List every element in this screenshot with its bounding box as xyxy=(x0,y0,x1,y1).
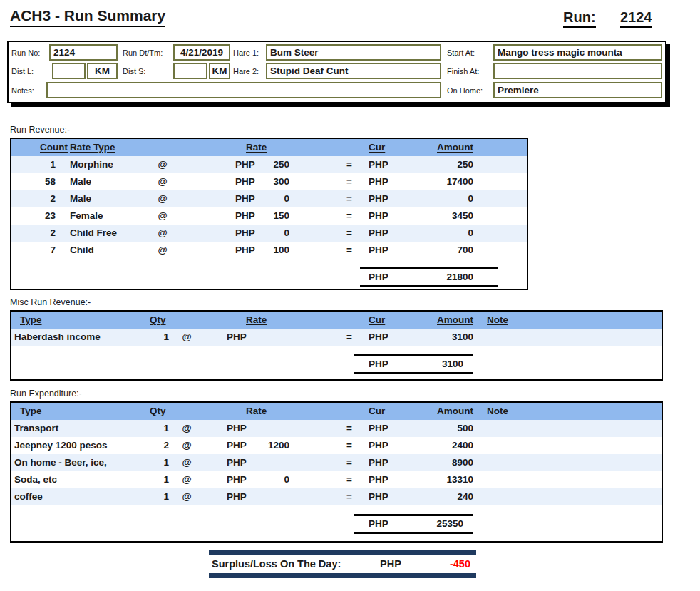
table-row: Transport1@PHP=PHP500 xyxy=(11,420,662,437)
hare2-label: Hare 2: xyxy=(233,63,259,79)
total-currency: PHP xyxy=(369,269,388,285)
at-symbol: @ xyxy=(174,471,200,488)
total-amount: 3100 xyxy=(442,356,463,372)
table-row: 23Female@PHP150=PHP3450 xyxy=(11,207,527,225)
col-header-type: Type xyxy=(20,312,42,329)
dist-l-field[interactable] xyxy=(52,63,86,79)
hare2-field[interactable]: Stupid Deaf Cunt xyxy=(266,63,441,79)
expenditure-section-label: Run Expenditure:- xyxy=(10,389,82,399)
surplus-summary: Surplus/Loss On The Day: PHP -450 xyxy=(209,550,476,578)
surplus-currency: PHP xyxy=(380,555,401,572)
total-amount: 21800 xyxy=(446,269,473,285)
total-amount: 25350 xyxy=(436,516,463,532)
equals-symbol: = xyxy=(335,156,364,173)
start-at-label: Start At: xyxy=(447,45,475,61)
surplus-amount: -450 xyxy=(450,555,470,572)
run-number: 2124 xyxy=(620,9,652,28)
page-title: ACH3 - Run Summary xyxy=(10,7,165,27)
at-symbol: @ xyxy=(150,207,175,225)
misc-revenue-section-label: Misc Run Revenue:- xyxy=(10,297,91,307)
equals-symbol: = xyxy=(335,173,364,190)
equals-symbol: = xyxy=(335,242,364,259)
table-row: 7Child@PHP100=PHP700 xyxy=(11,242,527,259)
surplus-label: Surplus/Loss On The Day: xyxy=(212,555,341,572)
at-symbol: @ xyxy=(174,454,200,471)
run-dt-field[interactable]: 4/21/2019 xyxy=(173,44,230,61)
col-header-type: Type xyxy=(20,403,42,420)
col-header-note: Note xyxy=(487,403,508,420)
equals-symbol: = xyxy=(335,437,364,454)
notes-label: Notes: xyxy=(11,83,34,98)
col-header-amount: Amount xyxy=(399,312,473,329)
misc-revenue-total-row: PHP 3100 xyxy=(354,354,473,374)
dist-l-km-unit: KM xyxy=(87,63,118,79)
equals-symbol: = xyxy=(335,454,364,471)
col-header-rate: Rate xyxy=(246,312,267,329)
col-header-cur: Cur xyxy=(369,403,385,420)
start-at-field[interactable]: Mango tress magic mounta xyxy=(493,44,662,61)
table-row: Haberdash income1@PHP=PHP3100 xyxy=(11,329,662,346)
run-header-form: Run No: 2124 Run Dt/Tm: 4/21/2019 Hare 1… xyxy=(7,41,666,103)
total-currency: PHP xyxy=(369,516,388,532)
surplus-bottom-bar xyxy=(209,573,476,578)
at-symbol: @ xyxy=(174,329,200,346)
equals-symbol: = xyxy=(335,225,364,242)
equals-symbol: = xyxy=(335,329,364,346)
col-header-note: Note xyxy=(487,312,508,329)
col-header-qty: Qty xyxy=(150,403,166,420)
finish-at-label: Finish At: xyxy=(447,63,479,79)
on-home-field[interactable]: Premiere xyxy=(493,82,662,98)
run-dt-label: Run Dt/Tm: xyxy=(123,45,163,61)
hare1-label: Hare 1: xyxy=(233,45,259,61)
expenditure-table: Type Qty Rate Cur Amount Note Transport1… xyxy=(10,401,663,543)
table-row: 58Male@PHP300=PHP17400 xyxy=(11,173,527,190)
run-summary-page: ACH3 - Run Summary Run: 2124 Run No: 212… xyxy=(0,0,700,591)
col-header-count: Count xyxy=(40,139,68,156)
col-header-rate: Rate xyxy=(246,403,267,420)
at-symbol: @ xyxy=(150,156,175,173)
at-symbol: @ xyxy=(174,488,200,505)
col-header-rate: Rate xyxy=(246,139,267,156)
finish-at-field[interactable] xyxy=(493,63,662,79)
equals-symbol: = xyxy=(335,420,364,437)
total-currency: PHP xyxy=(369,356,388,372)
equals-symbol: = xyxy=(335,190,364,207)
table-row: Jeepney 1200 pesos2@PHP1200=PHP2400 xyxy=(11,437,662,454)
revenue-section-label: Run Revenue:- xyxy=(10,125,70,135)
col-header-qty: Qty xyxy=(150,312,166,329)
at-symbol: @ xyxy=(150,242,175,259)
col-header-cur: Cur xyxy=(369,139,385,156)
expenditure-header-row: Type Qty Rate Cur Amount Note xyxy=(11,403,662,420)
notes-field[interactable] xyxy=(46,82,441,98)
equals-symbol: = xyxy=(335,207,364,225)
revenue-table: Count Rate Type Rate Cur Amount 1Morphin… xyxy=(10,138,528,290)
surplus-top-bar xyxy=(209,550,476,555)
col-header-rate-type: Rate Type xyxy=(70,139,115,156)
dist-l-label: Dist L: xyxy=(11,63,34,79)
hare1-field[interactable]: Bum Steer xyxy=(266,44,441,61)
table-row: 1Morphine@PHP250=PHP250 xyxy=(11,156,527,173)
revenue-total-row: PHP 21800 xyxy=(360,267,498,287)
table-row: On home - Beer, ice,1@PHP=PHP8900 xyxy=(11,454,662,471)
misc-revenue-table: Type Qty Rate Cur Amount Note Haberdash … xyxy=(10,310,663,381)
col-header-amount: Amount xyxy=(399,403,473,420)
table-row: coffee1@PHP=PHP240 xyxy=(11,488,662,505)
at-symbol: @ xyxy=(174,437,200,454)
equals-symbol: = xyxy=(335,471,364,488)
equals-symbol: = xyxy=(335,488,364,505)
dist-s-field[interactable] xyxy=(173,63,207,79)
at-symbol: @ xyxy=(150,173,175,190)
run-no-field[interactable]: 2124 xyxy=(49,44,118,61)
dist-s-label: Dist S: xyxy=(123,63,145,79)
table-row: 2Child Free@PHP0=PHP0 xyxy=(11,225,527,242)
revenue-header-row: Count Rate Type Rate Cur Amount xyxy=(11,139,527,156)
at-symbol: @ xyxy=(174,420,200,437)
on-home-label: On Home: xyxy=(447,83,483,98)
at-symbol: @ xyxy=(150,190,175,207)
at-symbol: @ xyxy=(150,225,175,242)
table-row: Soda, etc1@PHP0=PHP13310 xyxy=(11,471,662,488)
misc-revenue-header-row: Type Qty Rate Cur Amount Note xyxy=(11,312,662,329)
run-no-label: Run No: xyxy=(11,45,40,61)
table-row: 2Male@PHP0=PHP0 xyxy=(11,190,527,207)
expenditure-total-row: PHP 25350 xyxy=(354,514,473,534)
